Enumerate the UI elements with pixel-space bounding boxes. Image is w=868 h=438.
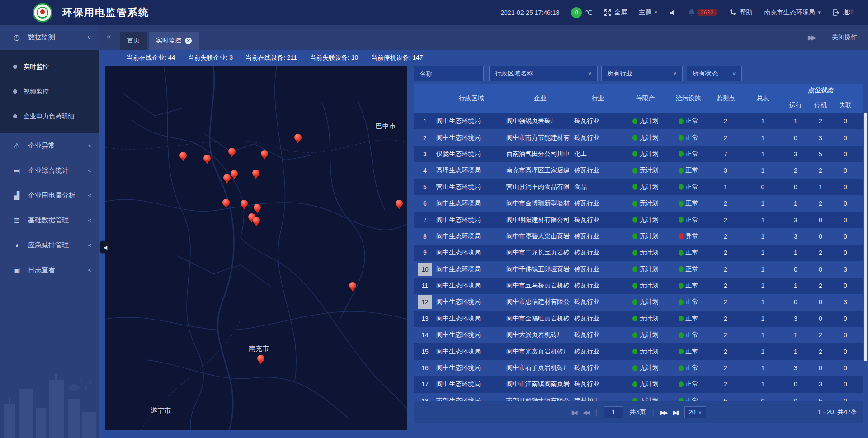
fullscreen-button[interactable]: 全屏 bbox=[604, 9, 627, 17]
table-scrollbar[interactable] bbox=[864, 113, 867, 401]
map-pin[interactable] bbox=[203, 155, 211, 162]
table-row[interactable]: 4高坪生态环境局南充市高坪区王家店建砖瓦行业无计划正常31220 bbox=[414, 162, 863, 179]
table-row[interactable]: 5营山生态环境局营山县润丰肉食品有限食品无计划正常10010 bbox=[414, 179, 863, 195]
close-icon[interactable]: ✕ bbox=[185, 38, 192, 44]
region-filter-select[interactable]: 行政区域名称∨ bbox=[489, 66, 598, 81]
user-org-menu[interactable]: 南充市生态环境局▾ bbox=[764, 9, 821, 17]
tabs-collapse-icon[interactable]: « bbox=[107, 32, 111, 41]
status-dot-green bbox=[632, 266, 637, 272]
map-pin[interactable] bbox=[253, 217, 260, 224]
cell-stop: 1 bbox=[809, 184, 832, 191]
map-panel[interactable]: 巴中市南充市遂宁市 bbox=[105, 66, 407, 430]
status-dot-green bbox=[632, 135, 637, 141]
next-page-button[interactable]: ▶▶ bbox=[660, 409, 667, 416]
sidebar-group-5[interactable]: ◖应急减排管理< bbox=[0, 233, 99, 258]
sidebar-item-视频监控[interactable]: 视频监控 bbox=[0, 79, 99, 104]
last-page-button[interactable]: ▶▮ bbox=[673, 409, 678, 416]
cell-company: 阆中强锐页岩砖厂 bbox=[506, 117, 574, 125]
cell-lost: 0 bbox=[832, 315, 859, 322]
sidebar-group-6[interactable]: ▣日志查看< bbox=[0, 258, 99, 283]
table-body: 1阆中生态环境局阆中强锐页岩砖厂砖瓦行业无计划正常211202阆中生态环境局阆中… bbox=[414, 113, 863, 401]
logout-button[interactable]: 退出 bbox=[832, 9, 855, 17]
table-row[interactable]: 3仪陇生态环境局西南油气田分公司川中化工无计划正常71350 bbox=[414, 146, 863, 162]
map-pin[interactable] bbox=[254, 204, 261, 211]
map-collapse-button[interactable]: ◀ bbox=[100, 241, 110, 253]
name-filter-input[interactable] bbox=[414, 66, 484, 81]
map-pin[interactable] bbox=[252, 170, 259, 177]
cell-facility: 正常 bbox=[669, 364, 708, 372]
table-row[interactable]: 7阆中生态环境局阆中明阳建材有限公司砖瓦行业无计划正常21300 bbox=[414, 212, 863, 228]
status-dot-green bbox=[679, 332, 684, 338]
sidebar-group-4[interactable]: ≣基础数据管理< bbox=[0, 208, 99, 233]
table-row[interactable]: 12阆中生态环境局阆中市忠信建材有限公砖瓦行业无计划正常21003 bbox=[414, 294, 863, 310]
help-button[interactable]: 帮助 bbox=[729, 9, 752, 17]
chevron-left-icon: < bbox=[88, 192, 91, 199]
status-filter-select[interactable]: 所有状态∨ bbox=[687, 66, 742, 81]
table-row[interactable]: 2阆中生态环境局阆中市南方节能建材有砖瓦行业无计划正常21030 bbox=[414, 129, 863, 146]
cell-facility: 正常 bbox=[669, 282, 708, 290]
table-row[interactable]: 8阆中生态环境局阆中市枣碧大梁山页岩砖瓦行业无计划异常21300 bbox=[414, 228, 863, 245]
page-number-input[interactable] bbox=[604, 406, 623, 418]
table-row[interactable]: 9阆中生态环境局阆中市二龙长宝页岩砖砖瓦行业无计划正常21120 bbox=[414, 245, 863, 261]
page-size-select[interactable]: 20∨ bbox=[684, 406, 706, 418]
layers-icon: ≣ bbox=[12, 216, 22, 225]
theme-menu[interactable]: 主题▾ bbox=[639, 9, 657, 17]
map-pin[interactable] bbox=[349, 282, 356, 289]
sidebar-group-3[interactable]: ▟企业用电量分析< bbox=[0, 183, 99, 208]
table-row[interactable]: 11阆中生态环境局阆中市五马桥页岩机砖砖瓦行业无计划正常21120 bbox=[414, 278, 863, 294]
sidebar-item-label: 实时监控 bbox=[24, 63, 49, 71]
sidebar-group-2[interactable]: ▤企业综合统计< bbox=[0, 158, 99, 183]
table-row[interactable]: 1阆中生态环境局阆中强锐页岩砖厂砖瓦行业无计划正常21120 bbox=[414, 113, 863, 129]
scrollbar-thumb[interactable] bbox=[864, 113, 867, 361]
sidebar-item-实时监控[interactable]: 实时监控 bbox=[0, 54, 99, 79]
cell-index: 1 bbox=[414, 114, 436, 128]
map-pin[interactable] bbox=[223, 174, 231, 181]
tab-实时监控[interactable]: 实时监控✕ bbox=[149, 32, 199, 50]
map-pin[interactable] bbox=[179, 152, 187, 159]
bullet-icon bbox=[13, 114, 17, 118]
first-page-button[interactable]: ▮◀ bbox=[571, 409, 576, 416]
sidebar-group-0[interactable]: ◷数据监测∨ bbox=[0, 25, 99, 50]
speaker-icon bbox=[669, 9, 676, 16]
cell-lost: 0 bbox=[832, 184, 859, 191]
cell-stop: 0 bbox=[809, 266, 832, 273]
cell-region: 阆中生态环境局 bbox=[436, 364, 506, 372]
table-row[interactable]: 15阆中生态环境局阆中市光富页岩机砖厂砖瓦行业无计划正常21120 bbox=[414, 343, 863, 359]
tab-首页[interactable]: 首页 bbox=[120, 32, 147, 50]
map-pin[interactable] bbox=[261, 150, 268, 157]
cell-region: 阆中生态环境局 bbox=[436, 265, 506, 273]
status-dot-green bbox=[632, 349, 637, 354]
city-label-南充市: 南充市 bbox=[249, 344, 269, 353]
cell-region: 仪陇生态环境局 bbox=[436, 150, 506, 158]
industry-filter-select[interactable]: 所有行业∨ bbox=[601, 66, 683, 81]
close-operations-button[interactable]: 关闭操作 bbox=[832, 33, 857, 42]
cell-stop: 5 bbox=[809, 151, 832, 158]
cell-monitor: 2 bbox=[708, 348, 744, 355]
prev-page-button[interactable]: ◀◀ bbox=[583, 409, 589, 416]
mute-button[interactable] bbox=[669, 9, 676, 16]
table-row[interactable]: 6阆中生态环境局阆中市金博瑞新型墙材砖瓦行业无计划正常21120 bbox=[414, 195, 863, 212]
tabs-forward-icon[interactable]: ▶▶ bbox=[808, 33, 815, 42]
cell-run: 1 bbox=[782, 249, 809, 256]
cell-stop: 2 bbox=[809, 348, 832, 355]
divider: | bbox=[652, 408, 654, 416]
cell-lost: 0 bbox=[832, 151, 859, 158]
cell-lost: 0 bbox=[832, 364, 859, 372]
table-row[interactable]: 18南部生态环境局南部县雄狮水泥有限公建材加工无计划正常50050 bbox=[414, 393, 863, 401]
sidebar-group-1[interactable]: ⚠企业异常< bbox=[0, 133, 99, 158]
cell-index: 7 bbox=[414, 213, 436, 227]
cell-stop: 2 bbox=[809, 200, 832, 207]
table-row[interactable]: 16阆中生态环境局阆中市石子页岩机砖厂砖瓦行业无计划正常21300 bbox=[414, 360, 863, 376]
notifications[interactable]: 2632 bbox=[688, 9, 718, 16]
col-point-status: 点位状态 bbox=[782, 84, 859, 97]
app-logo bbox=[33, 3, 52, 23]
table-row[interactable]: 13阆中生态环境局阆中市金福旺页岩机砖砖瓦行业无计划正常21300 bbox=[414, 311, 863, 327]
map-pin[interactable] bbox=[222, 199, 230, 206]
table-row[interactable]: 10阆中生态环境局阆中千佛镇五郎垭页岩砖瓦行业无计划正常21003 bbox=[414, 261, 863, 278]
table-row[interactable]: 17阆中生态环境局阆中市江南镇阆南页岩砖瓦行业无计划正常21030 bbox=[414, 376, 863, 392]
map-pin[interactable] bbox=[294, 134, 302, 141]
map-pin[interactable] bbox=[257, 355, 264, 362]
sidebar-item-企业电力负荷明细[interactable]: 企业电力负荷明细 bbox=[0, 104, 99, 129]
table-row[interactable]: 14阆中生态环境局阆中大兴页岩机砖厂砖瓦行业无计划正常21120 bbox=[414, 327, 863, 343]
stat-当前失联企业: 当前失联企业: 3 bbox=[188, 54, 233, 62]
